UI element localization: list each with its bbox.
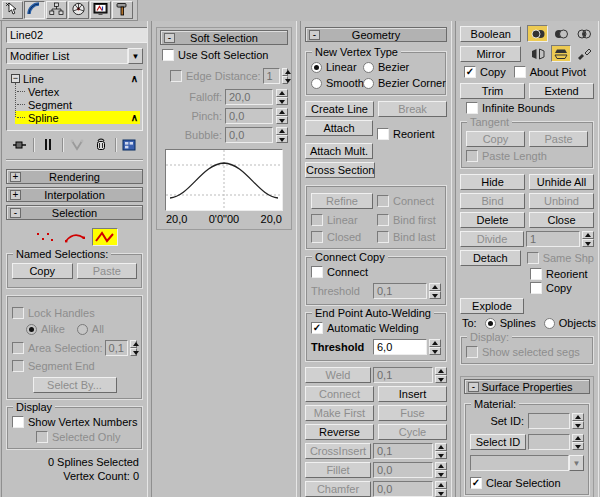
select-id-button[interactable]: Select ID xyxy=(470,434,526,450)
boolean-union-icon-active[interactable] xyxy=(527,25,547,42)
collapse-icon[interactable]: - xyxy=(10,208,21,218)
clear-selection-checkbox[interactable]: ✓Clear Selection xyxy=(470,477,584,489)
extend-button[interactable]: Extend xyxy=(529,83,594,99)
rollout-soft-selection[interactable]: - Soft Selection xyxy=(160,30,288,45)
infinite-bounds-checkbox[interactable]: Infinite Bounds xyxy=(466,102,594,114)
chamfer-spinner[interactable] xyxy=(435,481,447,497)
tab-modify[interactable] xyxy=(24,1,45,19)
automatic-welding-checkbox[interactable]: ✓Automatic Welding xyxy=(311,322,441,334)
edge-distance-field[interactable]: 1 xyxy=(263,68,280,84)
mirror-both-icon[interactable] xyxy=(574,45,594,62)
create-line-button[interactable]: Create Line xyxy=(305,101,374,117)
segment-end-checkbox[interactable]: Segment End xyxy=(12,360,137,372)
detach-button[interactable]: Detach xyxy=(460,250,521,266)
crossinsert-spinner[interactable] xyxy=(435,443,447,459)
select-by-button[interactable]: Select By... xyxy=(33,377,117,393)
hide-button[interactable]: Hide xyxy=(460,174,525,190)
paste-length-checkbox[interactable]: Paste Length xyxy=(466,150,588,162)
refine-button[interactable]: Refine xyxy=(311,193,373,209)
copy-named-selection-button[interactable]: Copy xyxy=(12,263,73,279)
lock-handles-checkbox[interactable]: Lock Handles xyxy=(12,307,137,319)
tab-create[interactable] xyxy=(2,1,23,19)
crossinsert-field[interactable]: 0,1 xyxy=(373,443,433,459)
explode-button[interactable]: Explode xyxy=(460,298,524,314)
mirror-vertical-icon-active[interactable] xyxy=(551,45,571,62)
rollout-interpolation[interactable]: + Interpolation xyxy=(6,187,143,202)
subobject-vertex-button[interactable] xyxy=(32,228,58,246)
bezier-radio[interactable]: Bezier xyxy=(363,61,446,73)
close-button[interactable]: Close xyxy=(529,212,594,228)
mirror-copy-checkbox[interactable]: ✓Copy xyxy=(464,66,506,78)
connect-copy-checkbox[interactable]: Connect xyxy=(311,266,441,278)
break-button[interactable]: Break xyxy=(378,101,447,117)
modifier-list-dropdown[interactable]: Modifier List xyxy=(6,48,128,64)
area-selection-field[interactable]: 0,1 xyxy=(105,340,128,356)
modifier-list-arrow[interactable]: ▼ xyxy=(128,48,143,64)
bind-first-checkbox[interactable]: Bind first xyxy=(377,214,436,226)
fuse-button[interactable]: Fuse xyxy=(378,405,447,421)
stack-row-vertex[interactable]: Vertex xyxy=(15,85,140,98)
object-name-input[interactable] xyxy=(6,27,148,43)
tab-display[interactable] xyxy=(90,1,111,19)
fillet-spinner[interactable] xyxy=(435,462,447,478)
unbind-button[interactable]: Unbind xyxy=(529,193,594,209)
configure-modifier-sets-button[interactable] xyxy=(120,136,139,153)
expand-icon[interactable]: + xyxy=(10,172,21,182)
rollout-rendering[interactable]: + Rendering xyxy=(6,169,143,184)
area-selection-checkbox[interactable]: Area Selection: xyxy=(12,342,103,354)
closed-checkbox[interactable]: Closed xyxy=(311,231,373,243)
connect-copy-threshold-spinner[interactable] xyxy=(429,283,441,299)
divide-spinner[interactable] xyxy=(582,231,594,247)
weld-field[interactable]: 0,1 xyxy=(373,367,433,383)
bezier-corner-radio[interactable]: Bezier Corner xyxy=(363,77,446,89)
bubble-field[interactable]: 0,0 xyxy=(225,127,273,143)
bind-button[interactable]: Bind xyxy=(460,193,525,209)
linear-radio[interactable]: Linear xyxy=(311,61,363,73)
fillet-field[interactable]: 0,0 xyxy=(373,462,433,478)
rollout-surface-properties[interactable]: - Surface Properties xyxy=(464,379,590,394)
alike-radio[interactable]: Alike xyxy=(26,323,65,335)
rollout-geometry[interactable]: - Geometry xyxy=(305,27,447,42)
use-soft-selection-checkbox[interactable]: Use Soft Selection xyxy=(162,49,288,61)
boolean-intersection-icon[interactable] xyxy=(574,25,594,42)
falloff-field[interactable]: 20,0 xyxy=(225,89,273,105)
set-id-spinner[interactable] xyxy=(572,413,584,429)
pin-stack-button[interactable] xyxy=(10,136,29,153)
make-unique-button[interactable] xyxy=(68,136,87,153)
attach-button[interactable]: Attach xyxy=(305,120,373,136)
set-id-field[interactable] xyxy=(528,413,570,429)
insert-button[interactable]: Insert xyxy=(378,386,447,402)
objects-radio[interactable]: Objects xyxy=(544,317,596,329)
tab-hierarchy[interactable] xyxy=(46,1,67,19)
make-first-button[interactable]: Make First xyxy=(305,405,374,421)
edge-distance-spinner[interactable] xyxy=(282,68,288,84)
detach-copy-checkbox[interactable]: Copy xyxy=(530,282,594,294)
detach-reorient-checkbox[interactable]: Reorient xyxy=(530,268,594,280)
trim-button[interactable]: Trim xyxy=(460,83,525,99)
weld-spinner[interactable] xyxy=(435,367,447,383)
expand-icon[interactable]: + xyxy=(10,190,21,200)
refine-connect-checkbox[interactable]: Connect xyxy=(377,193,434,209)
bubble-spinner[interactable] xyxy=(276,127,288,143)
divide-button[interactable]: Divide xyxy=(460,231,524,247)
show-vertex-numbers-checkbox[interactable]: Show Vertex Numbers xyxy=(12,416,137,428)
weld-button[interactable]: Weld xyxy=(305,367,371,383)
linear-checkbox[interactable]: Linear xyxy=(311,214,373,226)
subobject-spline-button-active[interactable] xyxy=(92,228,118,246)
unhide-all-button[interactable]: Unhide All xyxy=(529,174,594,190)
mirror-horizontal-icon[interactable] xyxy=(527,45,547,62)
all-radio[interactable]: All xyxy=(77,323,104,335)
crossinsert-button[interactable]: CrossInsert xyxy=(305,443,371,459)
stack-row-line[interactable]: − Line ∧ xyxy=(9,72,140,85)
material-dropdown-arrow[interactable]: ▼ xyxy=(569,455,584,471)
boolean-button[interactable]: Boolean xyxy=(460,26,521,42)
chamfer-button[interactable]: Chamfer xyxy=(305,481,371,497)
smooth-radio[interactable]: Smooth xyxy=(311,77,363,89)
cycle-button[interactable]: Cycle xyxy=(378,424,447,440)
show-end-result-button[interactable] xyxy=(39,136,58,153)
collapse-icon[interactable]: − xyxy=(11,74,20,83)
select-id-spinner[interactable] xyxy=(572,434,584,450)
cross-section-button[interactable]: Cross Section xyxy=(305,162,375,178)
chamfer-field[interactable]: 0,0 xyxy=(373,481,433,497)
tab-utilities[interactable] xyxy=(112,1,133,19)
